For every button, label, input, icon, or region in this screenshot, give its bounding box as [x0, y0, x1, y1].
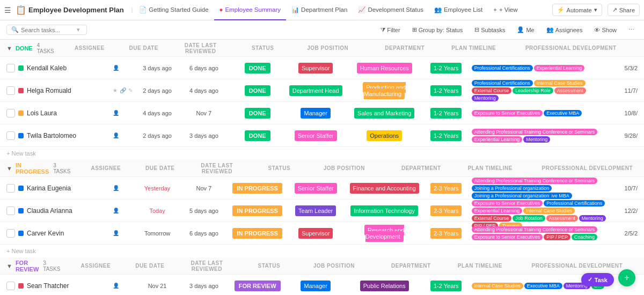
col-header-assignee: ASSIGNEE: [69, 263, 122, 269]
tag: Exposure to Senior Executives: [472, 234, 543, 240]
task-row[interactable]: Helga Romuald ★🔗✎ 2 days ago 4 days ago …: [0, 79, 644, 102]
star-icon[interactable]: ★: [113, 87, 118, 93]
status-badge: IN PROGRESS: [232, 183, 282, 194]
add-fab[interactable]: +: [618, 269, 635, 286]
timeline-badge: 1-2 Years: [430, 63, 462, 73]
tag: Internal Case Studies: [534, 80, 586, 86]
group-toggle-for-review[interactable]: ▼: [6, 263, 12, 269]
task-department: Human Resources: [346, 65, 423, 71]
task-row[interactable]: Twila Bartolomeo 👤 2 days ago 3 days ago…: [0, 124, 644, 147]
task-row[interactable]: Claudia Arianna 👤 Today 5 days ago IN PR…: [0, 200, 644, 222]
tab-development-status[interactable]: 📈 Development Status: [353, 0, 429, 20]
task-checkbox[interactable]: [6, 282, 15, 290]
task-color-dot: [18, 65, 24, 71]
tab-getting-started[interactable]: 📄 Getting Started Guide: [134, 0, 214, 20]
automate-button[interactable]: ⚡ Automate ▾: [552, 4, 602, 16]
task-job-position: Supervisor: [286, 65, 346, 71]
task-row[interactable]: Kendall Kaleb 👤 3 days ago 6 days ago DO…: [0, 57, 644, 79]
task-name: Lois Laura: [27, 109, 113, 117]
task-checkbox[interactable]: [6, 109, 15, 117]
task-due-date: Yesterday: [136, 185, 178, 191]
col-header-prodev: PROFESSIONAL DEVELOPMENT: [501, 45, 641, 51]
dept-badge: Information Technology: [350, 205, 418, 216]
group-header-for-review: ▼ FOR REVIEW 3 TASKS ASSIGNEE DUE DATE D…: [0, 257, 644, 275]
task-prodev: Professional CertificationsExperiential …: [470, 64, 614, 72]
add-task-done[interactable]: + New task: [0, 147, 644, 160]
dept-badge: Research and Development: [364, 225, 405, 242]
task-checkbox[interactable]: [6, 131, 15, 140]
task-actions: 👤: [113, 230, 134, 236]
status-badge: DONE: [245, 130, 270, 141]
me-button[interactable]: 👤 Me: [514, 25, 537, 34]
task-color-dot: [18, 110, 24, 116]
assignees-button[interactable]: 👥 Assignees: [543, 25, 586, 34]
link-icon[interactable]: 🔗: [120, 87, 126, 93]
search-box[interactable]: 🔍 ▾: [6, 25, 87, 35]
timeline-badge: 1-2 Years: [430, 108, 462, 119]
tab-employee-list[interactable]: 👥 Employee List: [429, 0, 488, 20]
task-checkbox[interactable]: [6, 64, 15, 72]
task-button[interactable]: ✓ Task: [581, 273, 614, 286]
task-color-dot: [18, 88, 24, 93]
task-last-reviewed: Nov 7: [178, 110, 229, 116]
task-row[interactable]: Lois Laura 👤 4 days ago Nov 7 DONE Manag…: [0, 102, 644, 124]
app-icon: 📋: [16, 5, 26, 15]
task-last-reviewed: 4 days ago: [178, 87, 229, 94]
task-checkbox[interactable]: [6, 86, 15, 95]
edit-icon[interactable]: ✎: [128, 87, 133, 93]
filter-button[interactable]: ⧩ Filter: [377, 25, 403, 34]
add-view-tab[interactable]: + + View: [488, 0, 523, 20]
task-row[interactable]: Carver Kevin 👤 Tomorrow 6 days ago IN PR…: [0, 222, 644, 245]
task-color-dot: [18, 208, 24, 213]
dept-badge: Human Resources: [357, 63, 412, 73]
show-icon: 👁: [594, 27, 600, 33]
subtasks-button[interactable]: ⊟ Subtasks: [471, 25, 508, 34]
task-timeline: 1-2 Years: [423, 65, 470, 71]
tag: Job Rotation: [513, 215, 545, 222]
job-badge: Manager: [301, 281, 330, 291]
group-header-in-progress: ▼ IN PROGRESS 3 TASKS ASSIGNEE DUE DATE …: [0, 160, 644, 177]
col-header-timeline: PLAN TIMELINE: [450, 45, 498, 51]
tab-employee-summary[interactable]: ● Employee Summary: [214, 0, 287, 20]
me-icon: 👤: [517, 26, 524, 33]
col-header-reviewed: DATE LAST REVIEWED: [171, 42, 230, 54]
dept-badge: Public Relations: [360, 281, 409, 291]
search-input[interactable]: [21, 27, 75, 33]
col-header-due: DUE DATE: [136, 165, 184, 171]
timeline-badge: 2-3 Years: [430, 183, 462, 194]
dept-badge: Operations: [367, 130, 402, 141]
task-department: Sales and Marketing: [346, 110, 423, 116]
show-button[interactable]: 👁 Show: [591, 26, 620, 34]
group-toggle-done[interactable]: ▼: [6, 45, 12, 51]
add-task-in-progress[interactable]: + New task: [0, 245, 644, 257]
task-job-position: Manager: [286, 283, 346, 289]
task-assessment: 11/7/: [614, 87, 638, 94]
task-timeline: 1-2 Years: [423, 87, 470, 94]
col-header-status: STATUS: [239, 263, 298, 269]
job-badge: Supervisor: [298, 63, 333, 73]
status-icon: 📈: [358, 6, 365, 13]
task-job-position: Department Head: [286, 87, 346, 94]
task-last-reviewed: 6 days ago: [178, 65, 229, 71]
chevron-down-icon: ▾: [594, 6, 597, 13]
task-checkbox[interactable]: [6, 206, 15, 215]
tab-department-plan[interactable]: 📊 Department Plan: [286, 0, 353, 20]
col-header-assignee: ASSIGNEE: [79, 165, 133, 171]
tag: Internal Case Studies: [472, 283, 523, 289]
task-checkbox[interactable]: [6, 229, 15, 238]
group-toggle-in-progress[interactable]: ▼: [6, 165, 12, 172]
task-checkbox[interactable]: [6, 184, 15, 193]
group-by-button[interactable]: ⊞ Group by: Status: [409, 25, 466, 34]
task-row[interactable]: Sean Thatcher 👤 Nov 21 3 days ago FOR RE…: [0, 275, 644, 295]
col-header-timeline: PLAN TIMELINE: [456, 263, 504, 269]
share-icon: ↗: [612, 6, 617, 13]
avatar-icon: 👤: [113, 185, 119, 191]
filter-icon: ⧩: [380, 26, 385, 33]
task-assessment: 9/28/: [614, 132, 638, 139]
more-options-button[interactable]: ⋯: [625, 25, 638, 34]
share-button[interactable]: ↗ Share: [608, 4, 640, 16]
menu-icon[interactable]: ☰: [4, 6, 11, 14]
tag: Experiential Learning: [472, 136, 523, 143]
prodev-tags: Attending Professional Training Conferen…: [470, 225, 614, 241]
task-actions: 👤: [113, 110, 134, 116]
